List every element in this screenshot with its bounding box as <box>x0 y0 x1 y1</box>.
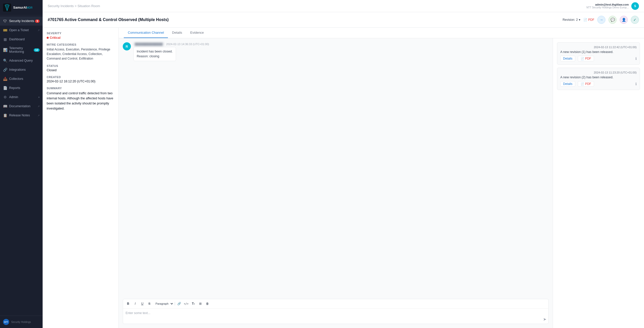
revision-1-pdf-button[interactable]: 📄 PDF <box>578 56 594 61</box>
status-field: Status Closed <box>47 64 114 72</box>
message-bubble: Incident has been closed. Reason: closin… <box>133 47 176 61</box>
revision-2-pdf-button[interactable]: 📄 PDF <box>578 81 594 87</box>
summary-field: Summary Command and control traffic dete… <box>47 87 114 111</box>
sidebar-item-open-ticket[interactable]: 🎫 Open a Ticket ↗ <box>0 26 43 35</box>
revision-2-actions: Details 📄 PDF ℹ <box>560 81 637 87</box>
pdf-download-button[interactable]: 📄 PDF <box>583 18 594 22</box>
code-button[interactable]: </> <box>183 301 189 307</box>
sidebar-item-documentation[interactable]: 📖 Documentation ↗ <box>0 102 43 111</box>
sidebar-item-telemetry-monitoring[interactable]: 📊 Telemetry Monitoring 12 <box>0 44 43 56</box>
arrow-icon: → <box>600 18 603 22</box>
status-value: Closed <box>47 68 114 72</box>
send-button[interactable]: ➤ <box>543 317 546 322</box>
footer-subtitle: Security Holdings <box>11 321 31 323</box>
revision-1-message: A new revision (1) has been released. <box>560 50 637 54</box>
shield-icon: 🛡 <box>3 19 7 23</box>
nav-menu: 🛡 Security Incidents 9 🎫 Open a Ticket ↗… <box>0 15 43 316</box>
severity-badge: Critical <box>47 36 60 40</box>
chat-button[interactable]: 💬 <box>608 16 617 24</box>
revision-2-details-button[interactable]: Details <box>560 81 575 87</box>
strikethrough-button[interactable]: S <box>146 301 152 307</box>
paragraph-select[interactable]: Paragraph <box>153 301 174 306</box>
nav-label: Documentation <box>9 104 30 108</box>
sidebar-item-integrations[interactable]: 🔗 Integrations <box>0 65 43 74</box>
severity-field: Severity Critical <box>47 32 114 40</box>
italic-button[interactable]: I <box>132 301 138 307</box>
breadcrumb: Security Incidents > Situation Room <box>48 4 100 8</box>
message-line1: Incident has been closed. <box>137 49 173 54</box>
revision-card-2: 2024-02-13 11:23:20 (UTC+01:00) A new re… <box>557 68 640 90</box>
sidebar-item-reports[interactable]: 📄 Reports <box>0 83 43 93</box>
forward-button[interactable]: → <box>597 16 605 24</box>
integrations-icon: 🔗 <box>3 68 7 72</box>
breadcrumb-parent[interactable]: Security Incidents <box>48 4 74 8</box>
revision-2-message: A new revision (2) has been released. <box>560 76 637 79</box>
incidents-badge: 9 <box>35 20 40 23</box>
nav-label: Integrations <box>9 68 26 71</box>
created-field: Created 2024-02-12 16:12:20 (UTC+01:00) <box>47 76 114 83</box>
table-button[interactable]: ⊞ <box>197 301 203 307</box>
breadcrumb-separator: > <box>75 4 77 8</box>
telemetry-badge: 12 <box>34 48 40 52</box>
user-email: admin@test.thgitlaw.com <box>586 3 629 6</box>
admin-icon: ⚙ <box>3 95 7 99</box>
revision-1-pdf-label: PDF <box>585 57 591 60</box>
mitre-label: MITRE Categories <box>47 43 114 46</box>
logo[interactable]: SamurAIMDR <box>0 0 43 15</box>
revision-1-timestamp: 2024-02-13 11:22:42 (UTC+01:00) <box>560 46 637 49</box>
sidebar-item-admin[interactable]: ⚙ Admin ▾ <box>0 93 43 102</box>
resolve-button[interactable]: ✓ <box>631 16 639 24</box>
revision-1-info-icon[interactable]: ℹ <box>635 57 637 61</box>
revision-2-timestamp: 2024-02-13 11:23:20 (UTC+01:00) <box>560 71 637 74</box>
tab-communication-channel[interactable]: Communication Channel <box>124 28 168 38</box>
created-value: 2024-02-12 16:12:20 (UTC+01:00) <box>47 80 114 83</box>
content-area: #701765 Active Command & Control Observe… <box>43 12 644 328</box>
nav-label: Security Incidents <box>9 19 34 23</box>
chat-icon: 💬 <box>611 18 615 22</box>
sidebar-item-advanced-query[interactable]: 🔍 Advanced Query <box>0 56 43 65</box>
ticket-icon: 🎫 <box>3 28 7 32</box>
toolbar-divider <box>175 302 175 305</box>
editor-toolbar: B I U S Paragraph 🔗 </> Tx <box>123 299 548 308</box>
reports-icon: 📄 <box>3 86 7 90</box>
user-avatar[interactable]: S <box>631 2 639 10</box>
tab-details[interactable]: Details <box>168 28 186 38</box>
text-format-button[interactable]: Tx <box>190 301 196 307</box>
message-editor: B I U S Paragraph 🔗 </> Tx <box>123 299 549 324</box>
message-line2: Reason: closing <box>137 54 173 59</box>
sidebar-item-dashboard[interactable]: ▦ Dashboard <box>0 35 43 44</box>
sidebar-item-release-notes[interactable]: 📋 Release Notes ↗ <box>0 111 43 120</box>
nav-label: Admin <box>9 95 18 99</box>
pdf-label: PDF <box>588 18 594 22</box>
pdf-icon: 📄 <box>583 18 587 22</box>
sidebar-item-security-incidents[interactable]: 🛡 Security Incidents 9 <box>0 16 43 26</box>
delete-button[interactable]: 🗑 <box>204 301 211 307</box>
nav-label: Collectors <box>9 77 23 81</box>
editor-body[interactable]: Enter some text... ➤ <box>123 308 548 324</box>
telemetry-icon: 📊 <box>3 48 7 52</box>
communication-panel: R ██████████████ 2024-02-13 14:36:33 (UT… <box>119 38 553 328</box>
severity-dot <box>47 37 49 39</box>
docs-icon: 📖 <box>3 104 7 108</box>
link-button[interactable]: 🔗 <box>176 301 182 307</box>
tab-evidence[interactable]: Evidence <box>186 28 208 38</box>
nav-label: Open a Ticket <box>9 28 29 32</box>
underline-button[interactable]: U <box>139 301 145 307</box>
panels-container: R ██████████████ 2024-02-13 14:36:33 (UT… <box>119 38 644 328</box>
assign-button[interactable]: 👤 <box>620 16 628 24</box>
message-timestamp: 2024-02-13 14:36:33 (UTC+01:00) <box>166 43 209 46</box>
created-label: Created <box>47 76 114 79</box>
external-icon: ↗ <box>38 29 40 32</box>
revision-select[interactable]: Revision: 2 ▾ <box>563 18 580 22</box>
revision-1-details-button[interactable]: Details <box>560 56 575 61</box>
logo-text: SamurAIMDR <box>13 6 32 10</box>
editor-placeholder: Enter some text... <box>126 311 150 315</box>
revision-chevron-icon: ▾ <box>579 18 580 22</box>
nav-label: Reports <box>9 86 20 90</box>
bold-button[interactable]: B <box>125 301 131 307</box>
severity-label: Severity <box>47 32 114 35</box>
external-icon: ↗ <box>38 105 40 108</box>
revision-2-info-icon[interactable]: ℹ <box>635 82 637 86</box>
mitre-value: Initial Access, Execution, Persistence, … <box>47 47 114 61</box>
sidebar-item-collectors[interactable]: 📥 Collectors <box>0 74 43 83</box>
